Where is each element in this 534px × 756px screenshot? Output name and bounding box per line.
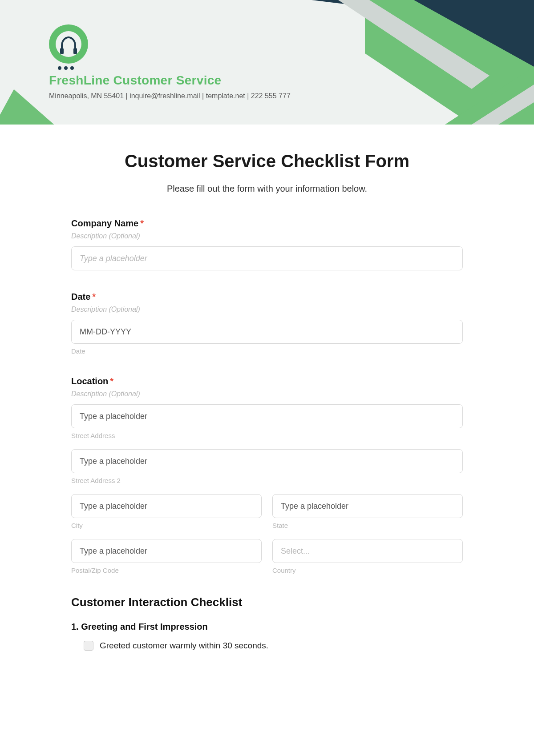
date-label-text: Date bbox=[71, 292, 90, 302]
street-address-input[interactable] bbox=[71, 404, 463, 428]
field-location: Location* Description (Optional) Street … bbox=[71, 376, 463, 574]
required-mark: * bbox=[140, 218, 144, 228]
postal-input[interactable] bbox=[71, 539, 262, 563]
checklist-subsection-1: 1. Greeting and First Impression bbox=[71, 622, 463, 632]
checkbox[interactable] bbox=[84, 641, 93, 651]
date-desc: Description (Optional) bbox=[71, 306, 463, 314]
street-address-2-input[interactable] bbox=[71, 449, 463, 473]
location-desc: Description (Optional) bbox=[71, 390, 463, 398]
city-input[interactable] bbox=[71, 494, 262, 518]
page-header: FreshLine Customer Service Minneapolis, … bbox=[0, 0, 534, 125]
logo bbox=[49, 24, 88, 64]
form-subtitle: Please fill out the form with your infor… bbox=[71, 184, 463, 194]
state-input[interactable] bbox=[272, 494, 463, 518]
date-sublabel: Date bbox=[71, 347, 463, 355]
country-select[interactable] bbox=[272, 539, 463, 563]
company-name-label-text: Company Name bbox=[71, 218, 138, 228]
form-container: Customer Service Checklist Form Please f… bbox=[62, 151, 472, 677]
brand-subtitle: Minneapolis, MN 55401 | inquire@freshlin… bbox=[49, 92, 291, 100]
field-company-name: Company Name* Description (Optional) bbox=[71, 218, 463, 270]
company-name-desc: Description (Optional) bbox=[71, 232, 463, 240]
date-input[interactable] bbox=[71, 320, 463, 344]
checklist-section-title: Customer Interaction Checklist bbox=[71, 595, 463, 609]
country-sublabel: Country bbox=[272, 567, 463, 574]
state-sublabel: State bbox=[272, 522, 463, 529]
required-mark: * bbox=[110, 376, 113, 386]
street-address-sublabel: Street Address bbox=[71, 432, 463, 439]
headset-icon bbox=[61, 36, 76, 52]
required-mark: * bbox=[92, 292, 96, 302]
location-label: Location* bbox=[71, 376, 463, 386]
company-name-label: Company Name* bbox=[71, 218, 463, 229]
street-address-2-sublabel: Street Address 2 bbox=[71, 477, 463, 484]
checklist-item-1-label: Greeted customer warmly within 30 second… bbox=[100, 641, 268, 651]
field-date: Date* Description (Optional) Date bbox=[71, 292, 463, 355]
form-title: Customer Service Checklist Form bbox=[71, 151, 463, 171]
city-sublabel: City bbox=[71, 522, 262, 529]
checklist-item-1: Greeted customer warmly within 30 second… bbox=[71, 641, 463, 651]
brand-title: FreshLine Customer Service bbox=[49, 73, 291, 88]
company-name-input[interactable] bbox=[71, 246, 463, 270]
location-label-text: Location bbox=[71, 376, 108, 386]
date-label: Date* bbox=[71, 292, 463, 302]
postal-sublabel: Postal/Zip Code bbox=[71, 567, 262, 574]
